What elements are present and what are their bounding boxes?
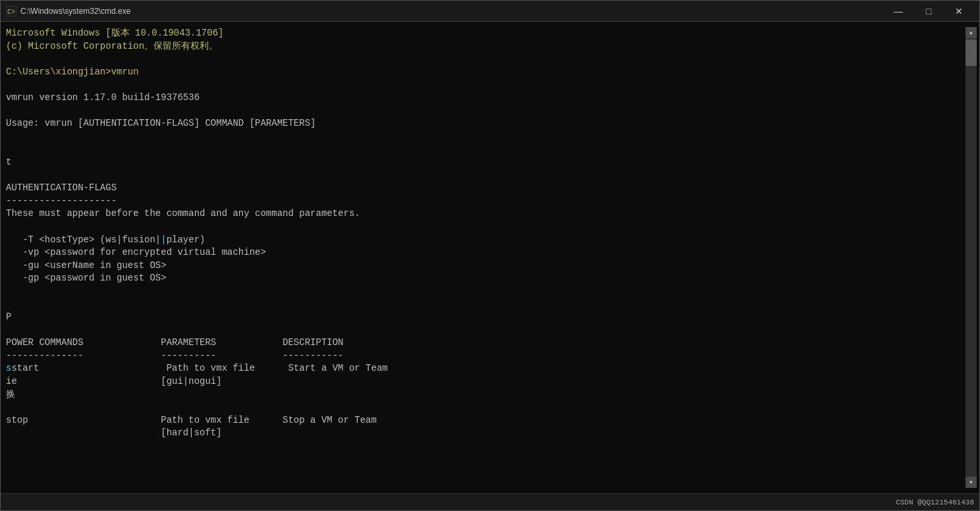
- line-huan: 换: [6, 389, 966, 402]
- maximize-button[interactable]: □: [913, 1, 944, 22]
- line-1: Microsoft Windows [版本 10.0.19043.1706]: [6, 27, 966, 40]
- window-title: C:\Windows\system32\cmd.exe: [20, 7, 883, 16]
- line-power-header: POWER COMMANDS PARAMETERS DESCRIPTION: [6, 336, 966, 350]
- line-14: [6, 298, 966, 311]
- line-13: [6, 285, 966, 298]
- scrollbar-track[interactable]: [966, 38, 977, 477]
- line-t: t: [6, 156, 966, 169]
- line-4: C:\Users\xiongjian>vmrun: [6, 66, 966, 79]
- line-p: P: [6, 311, 966, 324]
- bottom-bar: CSDN @QQ1215461438: [1, 493, 979, 510]
- line-flag-gp: -gp <password in guest OS>: [6, 272, 966, 285]
- title-bar: C> C:\Windows\system32\cmd.exe — □ ✕: [1, 1, 979, 22]
- close-button[interactable]: ✕: [944, 1, 974, 22]
- app-icon: C>: [6, 6, 16, 16]
- line-9: [6, 130, 966, 144]
- scroll-up-arrow[interactable]: ▲: [966, 27, 977, 38]
- line-stop-cmd: stop Path to vmx file Stop a VM or Team: [6, 414, 966, 427]
- line-flag-t: -T <hostType> (ws|fusion||player): [6, 234, 966, 247]
- scrollbar[interactable]: ▲ ▼: [966, 27, 977, 488]
- scroll-down-arrow[interactable]: ▼: [966, 477, 977, 488]
- line-power-sep: -------------- ---------- -----------: [6, 350, 966, 363]
- line-6: vmrun version 1.17.0 build-19376536: [6, 92, 966, 105]
- window-controls: — □ ✕: [883, 1, 974, 22]
- line-7: [6, 105, 966, 118]
- line-auth-desc: These must appear before the command and…: [6, 207, 966, 221]
- line-start-ie: ie [gui|nogui]: [6, 375, 966, 389]
- line-auth-sep: --------------------: [6, 195, 966, 208]
- cmd-window: C> C:\Windows\system32\cmd.exe — □ ✕ Mic…: [0, 0, 980, 511]
- terminal-content: Microsoft Windows [版本 10.0.19043.1706] (…: [3, 27, 966, 488]
- line-flag-vp: -vp <password for encrypted virtual mach…: [6, 246, 966, 259]
- line-5: [6, 78, 966, 92]
- minimize-button[interactable]: —: [883, 1, 913, 22]
- line-12: [6, 221, 966, 234]
- line-10: [6, 143, 966, 156]
- terminal-body: Microsoft Windows [版本 10.0.19043.1706] (…: [1, 22, 979, 493]
- line-8: Usage: vmrun [AUTHENTICATION-FLAGS] COMM…: [6, 117, 966, 130]
- line-auth-header: AUTHENTICATION-FLAGS: [6, 182, 966, 195]
- line-stop-hard: [hard|soft]: [6, 427, 966, 440]
- scrollbar-thumb[interactable]: [966, 40, 977, 66]
- line-start-cmd: sstart Path to vmx file Start a VM or Te…: [6, 362, 966, 375]
- line-11: [6, 169, 966, 182]
- svg-text:C>: C>: [7, 9, 15, 16]
- line-3: [6, 53, 966, 66]
- watermark-text: CSDN @QQ1215461438: [896, 498, 974, 506]
- line-15: [6, 324, 966, 337]
- line-flag-gu: -gu <userName in guest OS>: [6, 259, 966, 273]
- line-16: [6, 401, 966, 414]
- line-2: (c) Microsoft Corporation。保留所有权利。: [6, 40, 966, 53]
